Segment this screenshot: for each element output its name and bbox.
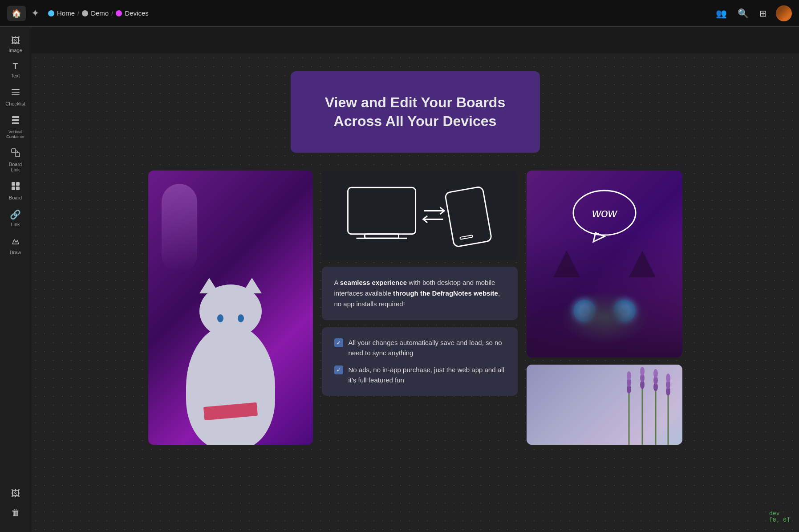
home-button[interactable]: 🏠: [7, 6, 26, 21]
text-bold1: seamless experience: [340, 279, 407, 286]
sidebar-label-board: Board: [9, 195, 22, 200]
svg-point-34: [653, 369, 658, 378]
svg-rect-7: [16, 153, 20, 157]
breadcrumb-dot-devices: [116, 10, 122, 16]
avatar[interactable]: [776, 5, 792, 21]
svg-rect-11: [16, 182, 20, 186]
hero-title: View and Edit Your Boards Across All You…: [317, 93, 513, 130]
check-text-1: All your changes automatically save and …: [349, 338, 505, 358]
dev-badge: dev [0, 0]: [769, 510, 790, 523]
checkbox-1: ✓: [334, 338, 343, 347]
sidebar-item-draw[interactable]: Draw: [2, 232, 29, 259]
svg-rect-4: [12, 119, 19, 121]
svg-text:wow: wow: [592, 206, 617, 220]
svg-rect-6: [12, 149, 16, 153]
checkbox-2: ✓: [334, 365, 343, 374]
check-item-1: ✓ All your changes automatically save an…: [334, 338, 505, 358]
sidebar-item-vertical-container[interactable]: VerticalContainer: [2, 112, 29, 142]
content-row: A seamless experience with both desktop …: [148, 171, 682, 445]
breadcrumb-devices[interactable]: Devices: [125, 9, 148, 17]
checklist-icon: [11, 87, 20, 99]
svg-rect-13: [16, 187, 20, 190]
breadcrumb-dot-home: [48, 10, 54, 16]
vertical-container-icon: [11, 115, 20, 127]
sidebar-label-text: Text: [11, 73, 20, 78]
svg-rect-0: [12, 89, 20, 90]
text-prefix: A: [334, 279, 340, 286]
dev-coords: [0, 0]: [769, 516, 790, 523]
breadcrumb-sep-1: /: [77, 9, 79, 17]
group-button[interactable]: 👥: [714, 6, 729, 20]
cat-image-card: [148, 171, 313, 445]
trash-icon: 🗑: [11, 508, 20, 518]
cat2-card: wow: [527, 171, 682, 357]
svg-rect-5: [12, 122, 19, 124]
svg-rect-3: [12, 116, 19, 118]
sidebar-label-vertical-container: VerticalContainer: [6, 129, 24, 139]
check-item-2: ✓ No ads, no in-app purchase, just the w…: [334, 365, 505, 385]
sidebar-item-board[interactable]: Board: [2, 178, 29, 204]
svg-point-26: [627, 371, 631, 380]
breadcrumb: Home / Demo / Devices: [48, 9, 709, 17]
sidebar-label-checklist: Checklist: [5, 101, 25, 106]
sidebar-item-trash[interactable]: 🗑: [2, 504, 29, 521]
svg-rect-20: [460, 235, 473, 240]
sidebar-label-link: Link: [11, 222, 20, 227]
sidebar-item-checklist[interactable]: Checklist: [2, 84, 29, 110]
check-text-2: No ads, no in-app purchase, just the web…: [349, 365, 505, 385]
breadcrumb-sep-2: /: [111, 9, 113, 17]
draw-icon: [11, 236, 20, 248]
svg-rect-1: [12, 92, 20, 93]
gallery-icon: 🖼: [11, 488, 20, 499]
checklist-card: ✓ All your changes automatically save an…: [322, 327, 518, 396]
image-icon: 🖼: [11, 36, 20, 46]
sidebar-item-gallery[interactable]: 🖼: [2, 485, 29, 502]
svg-point-30: [640, 367, 645, 376]
svg-rect-2: [12, 94, 20, 95]
board-link-icon: [11, 148, 20, 160]
link-icon: 🔗: [10, 209, 21, 220]
dev-label: dev: [769, 510, 779, 516]
breadcrumb-demo[interactable]: Demo: [91, 9, 109, 17]
breadcrumb-dot-demo: [82, 10, 88, 16]
nav-right-actions: 👥 🔍 ⊞: [714, 5, 792, 21]
main-canvas: View and Edit Your Boards Across All You…: [31, 53, 799, 532]
hero-card: View and Edit Your Boards Across All You…: [291, 71, 540, 153]
sidebar-item-image[interactable]: 🖼 Image: [2, 32, 29, 57]
lavender-card: [527, 365, 682, 445]
sidebar-label-draw: Draw: [10, 250, 21, 255]
sidebar-label-board-link: Board Link: [4, 162, 27, 172]
seamless-text-card: A seamless experience with both desktop …: [322, 267, 518, 320]
svg-rect-10: [12, 182, 15, 186]
right-section: wow: [527, 171, 682, 445]
text-icon: T: [13, 62, 18, 71]
search-button[interactable]: 🔍: [736, 6, 750, 20]
svg-rect-12: [12, 187, 15, 190]
sidebar: 🖼 Image T Text Checklist VerticalContain…: [0, 27, 31, 532]
text-bold2: through the DefragNotes website: [393, 289, 498, 297]
top-navigation: 🏠 ✦ Home / Demo / Devices 👥 🔍 ⊞: [0, 0, 799, 27]
middle-section: A seamless experience with both desktop …: [322, 171, 518, 445]
svg-point-38: [666, 374, 670, 382]
breadcrumb-home[interactable]: Home: [57, 9, 75, 17]
sidebar-item-board-link[interactable]: Board Link: [2, 144, 29, 176]
devices-illustration: [322, 171, 518, 260]
board-icon: [11, 181, 20, 193]
sidebar-item-text[interactable]: T Text: [2, 58, 29, 82]
sidebar-item-link[interactable]: 🔗 Link: [2, 206, 29, 231]
grid-button[interactable]: ⊞: [758, 6, 769, 20]
svg-rect-14: [348, 187, 415, 234]
sidebar-bottom: 🖼 🗑: [2, 485, 29, 527]
logo-icon: ✦: [31, 8, 39, 19]
sidebar-label-image: Image: [8, 48, 22, 53]
